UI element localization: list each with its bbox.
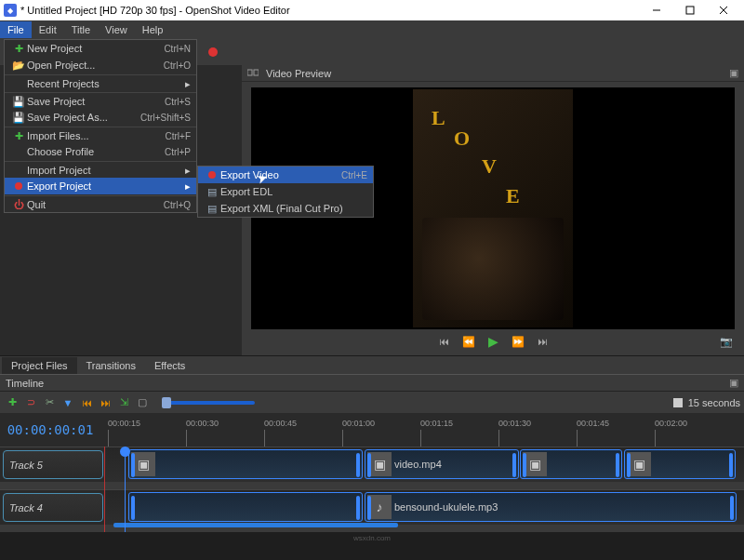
menu-save-project-as[interactable]: 💾Save Project As...Ctrl+Shift+S bbox=[5, 109, 196, 126]
plus-icon: ✚ bbox=[10, 43, 27, 55]
maximize-button[interactable] bbox=[673, 0, 707, 20]
timeline-ruler[interactable]: 00:00:00:01 00:00:1500:00:3000:00:4500:0… bbox=[0, 413, 744, 447]
menu-import-project[interactable]: Import Project▸ bbox=[5, 161, 196, 178]
filter-icon[interactable]: ▢ bbox=[134, 394, 151, 411]
list-icon: ▤ bbox=[204, 186, 220, 198]
ruler-tick: 00:00:45 bbox=[264, 419, 297, 428]
ruler-tick: 00:01:45 bbox=[577, 419, 609, 428]
add-track-icon[interactable]: ✚ bbox=[4, 394, 20, 411]
menu-quit[interactable]: ⏻QuitCtrl+Q bbox=[5, 195, 196, 212]
ruler-tick: 00:01:00 bbox=[342, 419, 375, 428]
zoom-indicator-icon bbox=[673, 398, 683, 407]
menu-export-project[interactable]: Export Project▸ bbox=[5, 178, 196, 194]
menu-view[interactable]: View bbox=[98, 21, 135, 38]
panel-tabs: Project Files Transitions Effects bbox=[0, 355, 744, 374]
svg-rect-8 bbox=[254, 70, 259, 75]
svg-point-6 bbox=[208, 171, 216, 179]
panel-menu-icon[interactable]: ▣ bbox=[729, 377, 738, 389]
marker-icon[interactable]: ▼ bbox=[60, 394, 76, 411]
center-icon[interactable]: ⇲ bbox=[115, 394, 132, 411]
cut-icon[interactable]: ✂ bbox=[41, 394, 58, 411]
track: Track 5▣▣video.mp4▣▣ bbox=[0, 447, 744, 482]
record-icon[interactable] bbox=[203, 42, 223, 62]
playhead[interactable] bbox=[125, 447, 126, 532]
minimize-button[interactable] bbox=[640, 0, 673, 20]
menu-open-project[interactable]: 📂Open Project...Ctrl+O bbox=[5, 57, 196, 73]
app-icon: ◆ bbox=[4, 4, 17, 17]
submenu-export-edl[interactable]: ▤Export EDL bbox=[198, 183, 373, 200]
titlebar: ◆ * Untitled Project [HD 720p 30 fps] - … bbox=[0, 0, 744, 20]
forward-icon[interactable]: ⏩ bbox=[512, 336, 525, 348]
snap-icon[interactable]: ⊃ bbox=[22, 394, 39, 411]
menu-recent-projects[interactable]: Recent Projects▸ bbox=[5, 74, 196, 91]
clip[interactable]: ▣ bbox=[128, 449, 363, 479]
clip[interactable] bbox=[128, 492, 363, 522]
timeline-header: Timeline ▣ bbox=[0, 374, 744, 391]
ruler-tick: 00:00:30 bbox=[186, 419, 219, 428]
submenu-export-video[interactable]: Export VideoCtrl+E bbox=[198, 167, 373, 183]
timecode: 00:00:00:01 bbox=[0, 413, 100, 447]
audio-progress bbox=[113, 523, 398, 527]
clip-label: bensound-ukulele.mp3 bbox=[394, 501, 498, 513]
ruler-tick: 00:02:00 bbox=[655, 419, 687, 428]
list-icon: ▤ bbox=[204, 203, 220, 215]
submenu-export-xml[interactable]: ▤Export XML (Final Cut Pro) bbox=[198, 200, 373, 217]
camera-icon[interactable]: 📷 bbox=[720, 336, 733, 348]
menu-import-files[interactable]: ✚Import Files...Ctrl+F bbox=[5, 127, 196, 143]
folder-icon: 📂 bbox=[10, 60, 27, 72]
rewind-icon[interactable]: ⏪ bbox=[462, 336, 475, 348]
timeline-title: Timeline bbox=[6, 378, 729, 389]
player-controls: ⏮ ⏪ ▶ ⏩ ⏭ 📷 bbox=[242, 331, 744, 352]
menu-help[interactable]: Help bbox=[135, 21, 171, 38]
next-marker-icon[interactable]: ⏭ bbox=[97, 394, 113, 411]
clip-label: video.mp4 bbox=[394, 459, 442, 470]
svg-rect-7 bbox=[247, 70, 252, 75]
tab-effects[interactable]: Effects bbox=[145, 357, 194, 374]
menu-save-project[interactable]: 💾Save ProjectCtrl+S bbox=[5, 92, 196, 109]
ruler-tick: 00:01:15 bbox=[420, 419, 453, 428]
svg-point-5 bbox=[15, 182, 22, 190]
track: Track 4♪bensound-ukulele.mp3 bbox=[0, 489, 744, 525]
clip[interactable]: ▣ bbox=[624, 449, 736, 479]
svg-point-4 bbox=[208, 47, 218, 57]
tab-transitions[interactable]: Transitions bbox=[77, 357, 145, 374]
jump-end-icon[interactable]: ⏭ bbox=[538, 336, 548, 347]
panel-menu-icon[interactable]: ▣ bbox=[729, 67, 738, 79]
clip[interactable]: ▣ bbox=[520, 449, 622, 479]
window-title: * Untitled Project [HD 720p 30 fps] - Op… bbox=[20, 5, 640, 16]
tab-project-files[interactable]: Project Files bbox=[2, 357, 77, 374]
menu-new-project[interactable]: ✚New ProjectCtrl+N bbox=[5, 40, 196, 57]
track-label[interactable]: Track 5 bbox=[3, 450, 103, 479]
plus-icon: ✚ bbox=[10, 130, 27, 142]
record-icon bbox=[204, 170, 220, 180]
track-lane[interactable]: ♪bensound-ukulele.mp3 bbox=[106, 490, 744, 525]
ruler-tick: 00:01:30 bbox=[498, 419, 531, 428]
watermark: wsxdn.com bbox=[0, 532, 744, 542]
menu-edit[interactable]: Edit bbox=[32, 21, 64, 38]
floppy-icon: 💾 bbox=[10, 96, 27, 108]
ruler-tick: 00:00:15 bbox=[108, 419, 140, 428]
clip[interactable]: ▣video.mp4 bbox=[365, 449, 519, 479]
clip[interactable]: ♪bensound-ukulele.mp3 bbox=[365, 492, 737, 522]
prev-marker-icon[interactable]: ⏮ bbox=[78, 394, 95, 411]
panel-detach-icon[interactable] bbox=[247, 68, 260, 79]
track-label[interactable]: Track 4 bbox=[3, 493, 103, 522]
menu-file[interactable]: File bbox=[0, 21, 32, 38]
jump-start-icon[interactable]: ⏮ bbox=[439, 336, 449, 347]
menu-title[interactable]: Title bbox=[64, 21, 98, 38]
floppy-icon: 💾 bbox=[10, 112, 27, 124]
power-icon: ⏻ bbox=[10, 199, 27, 210]
close-button[interactable] bbox=[707, 0, 740, 20]
record-icon bbox=[10, 181, 27, 191]
timeline-toolbar: ✚ ⊃ ✂ ▼ ⏮ ⏭ ⇲ ▢ 15 seconds bbox=[0, 391, 744, 413]
preview-title: Video Preview bbox=[266, 68, 331, 79]
file-menu: ✚New ProjectCtrl+N 📂Open Project...Ctrl+… bbox=[4, 39, 197, 213]
menubar: File Edit Title View Help bbox=[0, 20, 744, 39]
play-icon[interactable]: ▶ bbox=[488, 334, 498, 349]
zoom-slider[interactable] bbox=[162, 401, 255, 405]
menu-choose-profile[interactable]: Choose ProfileCtrl+P bbox=[5, 143, 196, 160]
zoom-label: 15 seconds bbox=[688, 397, 740, 408]
track-lane[interactable]: ▣▣video.mp4▣▣ bbox=[106, 447, 744, 482]
start-marker bbox=[104, 447, 105, 532]
export-submenu: Export VideoCtrl+E ▤Export EDL ▤Export X… bbox=[197, 166, 374, 218]
